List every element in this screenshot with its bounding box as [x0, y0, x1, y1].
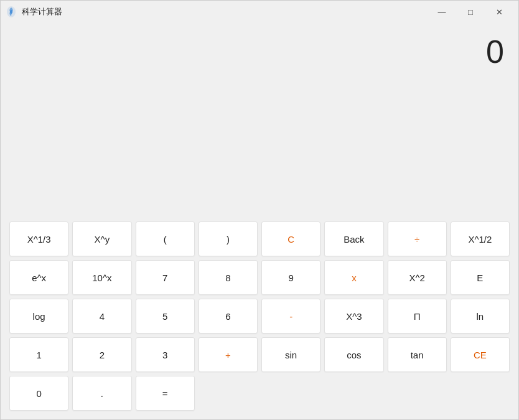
app-icon [6, 6, 17, 17]
title-bar-left: 科学计算器 [6, 6, 62, 17]
minimize-button[interactable]: — [428, 2, 456, 21]
calc-btn-x[interactable]: x [324, 260, 383, 295]
calc-btn-ce[interactable]: CE [451, 337, 510, 372]
calc-btn-e-x[interactable]: e^x [9, 260, 68, 295]
calc-btn--[interactable]: + [199, 337, 258, 372]
calc-btn-c[interactable]: C [261, 222, 320, 256]
calc-btn--[interactable]: ) [199, 222, 258, 256]
calc-btn-10-x[interactable]: 10^x [72, 260, 131, 295]
calc-btn-3[interactable]: 3 [136, 337, 195, 372]
calc-btn-log[interactable]: log [9, 299, 68, 334]
calc-btn--[interactable]: = [136, 376, 195, 411]
calc-btn--[interactable]: . [72, 376, 131, 411]
calc-btn-5[interactable]: 5 [136, 299, 195, 334]
calc-btn-sin[interactable]: sin [261, 337, 320, 372]
calculator-window: 科学计算器 — □ ✕ 0 X^1/3X^y()CBack÷X^1/2e^x10… [0, 0, 519, 420]
calc-btn-ln[interactable]: ln [451, 299, 510, 334]
display-value: 0 [486, 33, 503, 70]
calc-btn-x-1-2[interactable]: X^1/2 [451, 222, 510, 256]
app-title: 科学计算器 [22, 6, 62, 17]
calc-btn--[interactable]: ÷ [388, 222, 447, 256]
maximize-button[interactable]: □ [456, 2, 485, 21]
calc-btn-e[interactable]: E [451, 260, 510, 295]
calc-btn-x-2[interactable]: X^2 [388, 260, 447, 295]
svg-point-1 [10, 10, 12, 14]
calc-btn-back[interactable]: Back [324, 222, 383, 256]
calc-btn-7[interactable]: 7 [136, 260, 195, 295]
calc-btn-8[interactable]: 8 [199, 260, 258, 295]
calc-btn-x-y[interactable]: X^y [72, 222, 131, 256]
calc-btn--[interactable]: - [261, 299, 320, 334]
calc-btn-tan[interactable]: tan [388, 337, 447, 372]
calc-btn-1[interactable]: 1 [9, 337, 68, 372]
calc-btn-x-1-3[interactable]: X^1/3 [9, 222, 68, 256]
calc-btn-6[interactable]: 6 [199, 299, 258, 334]
calc-btn--[interactable]: Π [388, 299, 447, 334]
calc-btn-cos[interactable]: cos [324, 337, 383, 372]
close-button[interactable]: ✕ [485, 2, 513, 21]
button-grid: X^1/3X^y()CBack÷X^1/2e^x10^x789xX^2Elog4… [1, 215, 518, 419]
calc-btn--[interactable]: ( [136, 222, 195, 256]
window-controls: — □ ✕ [428, 2, 513, 21]
calc-btn-2[interactable]: 2 [72, 337, 131, 372]
display-area: 0 [1, 23, 518, 215]
calc-btn-0[interactable]: 0 [9, 376, 68, 411]
calc-btn-4[interactable]: 4 [72, 299, 131, 334]
calc-btn-x-3[interactable]: X^3 [324, 299, 383, 334]
calc-btn-9[interactable]: 9 [261, 260, 320, 295]
title-bar: 科学计算器 — □ ✕ [1, 1, 518, 23]
